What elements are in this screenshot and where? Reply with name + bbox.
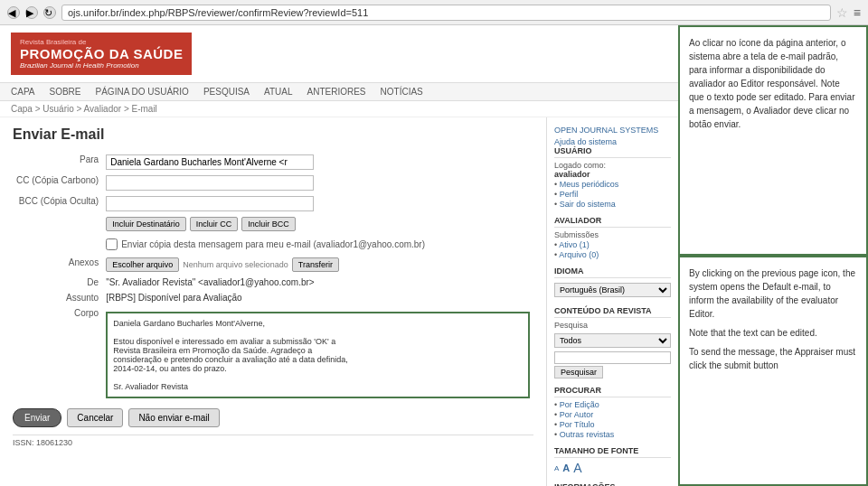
forward-button[interactable]: ▶ [25, 6, 38, 19]
breadcrumb: Capa > Usuário > Avaliador > E-mail [0, 101, 678, 117]
conteudo-title: CONTEÚDO DA REVISTA [554, 306, 671, 318]
annotation-en-title: By clicking on the previous page icon, t… [689, 266, 857, 321]
idioma-title: IDIOMA [554, 266, 671, 278]
logged-user: avaliador [554, 170, 671, 179]
submissoes-title: Submissões [554, 230, 671, 239]
attachments-label: Anexos [13, 255, 102, 275]
annotation-pt-text: Ao clicar no ícone da página anterior, o… [689, 36, 857, 131]
annotation-en: By clicking on the previous page icon, t… [678, 256, 868, 486]
assunto-label: Assunto [13, 290, 102, 305]
cc-input[interactable] [106, 175, 314, 191]
copy-checkbox[interactable] [106, 238, 118, 250]
font-medium-btn[interactable]: A [562, 463, 570, 473]
por-autor-link[interactable]: Por Autor [554, 410, 671, 419]
bookmark-icon[interactable]: ☆ [836, 5, 848, 20]
nav-anteriores[interactable]: ANTERIORES [307, 87, 366, 97]
issn-bar: ISSN: 18061230 [13, 435, 533, 450]
transfer-btn[interactable]: Transferir [292, 257, 339, 272]
idioma-select[interactable]: Português (Brasil) [554, 283, 671, 297]
corpo-label: Corpo [13, 305, 102, 401]
logged-as-label: Logado como: [554, 161, 671, 170]
avaliador-title: AVALIADOR [554, 216, 671, 228]
browser-bar: ◀ ▶ ↻ ☆ ≡ [0, 0, 868, 25]
email-line4: Revista Brasileira em Promoção da Saúde.… [113, 346, 523, 355]
email-body-preview: Daniela Gardano Bucharles Mont'Alverne, … [106, 312, 530, 398]
ativo-link[interactable]: Ativo (1) [554, 240, 671, 249]
site-nav: CAPA SOBRE PÁGINA DO USUÁRIO PESQUISA AT… [0, 83, 678, 101]
nav-sobre[interactable]: SOBRE [50, 87, 81, 97]
nav-noticias[interactable]: NOTÍCIAS [381, 87, 423, 97]
informacoes-title: INFORMAÇÕES [554, 482, 671, 486]
no-send-button[interactable]: Não enviar e-mail [128, 408, 219, 427]
site-header: Revista Brasileira de PROMOÇÃO DA SAÚDE … [0, 25, 678, 83]
nav-capa[interactable]: CAPA [11, 87, 35, 97]
para-label: Para [13, 152, 102, 173]
reload-button[interactable]: ↻ [43, 6, 56, 19]
form-area: Enviar E-mail Para CC (Cópia Carbono) [0, 117, 547, 486]
annotation-panel: Ao clicar no ícone da página anterior, o… [678, 25, 868, 486]
include-bcc-btn[interactable]: Incluir BCC [241, 217, 296, 231]
email-line3: Estou disponível e interessado em avalia… [113, 337, 523, 346]
de-value: "Sr. Avaliador Revista" <avaliador1@yaho… [102, 275, 533, 290]
include-cc-btn[interactable]: Incluir CC [190, 217, 239, 231]
usuario-title: USUÁRIO [554, 146, 671, 158]
assunto-value: [RBPS] Disponível para Avaliação [102, 290, 533, 305]
nav-pagina-usuario[interactable]: PÁGINA DO USUÁRIO [96, 87, 189, 97]
sair-link[interactable]: Sair do sistema [554, 200, 671, 209]
copy-label: Enviar cópia desta mensagem para meu e-m… [121, 239, 425, 249]
include-recipient-btn[interactable]: Incluir Destinatário [106, 217, 186, 231]
font-large-btn[interactable]: A [573, 461, 581, 475]
todos-select[interactable]: Todos [554, 333, 671, 348]
pesquisa-label: Pesquisa [554, 321, 671, 330]
no-file-label: Nenhum arquivo selecionado [183, 260, 288, 269]
por-titulo-link[interactable]: Por Título [554, 420, 671, 429]
annotation-en-note: Note that the text can be edited. [689, 326, 857, 340]
cc-label: CC (Cópia Carbono) [13, 173, 102, 193]
email-line8: Sr. Avaliador Revista [113, 382, 523, 391]
choose-file-btn[interactable]: Escolher arquivo [106, 257, 179, 272]
logo-prefix: Revista Brasileira de [20, 38, 183, 46]
bcc-input[interactable] [106, 196, 314, 211]
outras-revistas-link[interactable]: Outras revistas [554, 430, 671, 439]
email-line1: Daniela Gardano Bucharles Mont'Alverne, [113, 319, 523, 328]
help-link[interactable]: Ajuda do sistema [554, 137, 617, 146]
por-edicao-link[interactable]: Por Edição [554, 400, 671, 409]
open-journal-link[interactable]: OPEN JOURNAL SYSTEMS [554, 123, 671, 137]
para-input[interactable] [106, 154, 314, 170]
meus-periodicos-link[interactable]: Meus periódicos [554, 180, 671, 189]
perfil-link[interactable]: Perfil [554, 190, 671, 199]
issn-label: ISSN: 18061230 [13, 438, 72, 447]
annotation-en-send: To send the message, the Appraiser must … [689, 345, 857, 372]
email-line7 [113, 373, 523, 382]
tamanho-title: TAMANHO DE FONTE [554, 446, 671, 458]
nav-pesquisa[interactable]: PESQUISA [203, 87, 250, 97]
menu-icon[interactable]: ≡ [854, 5, 861, 20]
page-title: Enviar E-mail [13, 126, 533, 143]
sidebar: OPEN JOURNAL SYSTEMS Ajuda do sistema US… [547, 117, 678, 486]
pesquisar-btn[interactable]: Pesquisar [554, 366, 603, 379]
email-line2 [113, 328, 523, 337]
de-label: De [13, 275, 102, 290]
email-line6: 2014-02-14, ou antes do prazo. [113, 364, 523, 373]
email-line5: consideração e pretendo concluir a avali… [113, 355, 523, 364]
nav-atual[interactable]: ATUAL [264, 87, 293, 97]
url-bar[interactable] [61, 5, 831, 21]
arquivo-link[interactable]: Arquivo (0) [554, 250, 671, 259]
send-button[interactable]: Enviar [13, 408, 61, 427]
logo-title: PROMOÇÃO DA SAÚDE [20, 46, 183, 61]
annotation-pt: Ao clicar no ícone da página anterior, o… [678, 25, 868, 256]
site-logo[interactable]: Revista Brasileira de PROMOÇÃO DA SAÚDE … [11, 33, 192, 75]
logo-subtitle: Brazilian Journal in Health Promotion [20, 61, 183, 70]
bcc-label: BCC (Cópia Oculta) [13, 193, 102, 214]
procurar-title: Procurar [554, 386, 671, 397]
email-form: Para CC (Cópia Carbono) BCC (Cópia Ocult… [13, 152, 533, 401]
search-input[interactable] [554, 351, 671, 364]
cancel-button[interactable]: Cancelar [67, 408, 123, 427]
back-button[interactable]: ◀ [7, 6, 20, 19]
font-small-btn[interactable]: A [554, 464, 559, 472]
action-buttons: Enviar Cancelar Não enviar e-mail [13, 408, 533, 427]
